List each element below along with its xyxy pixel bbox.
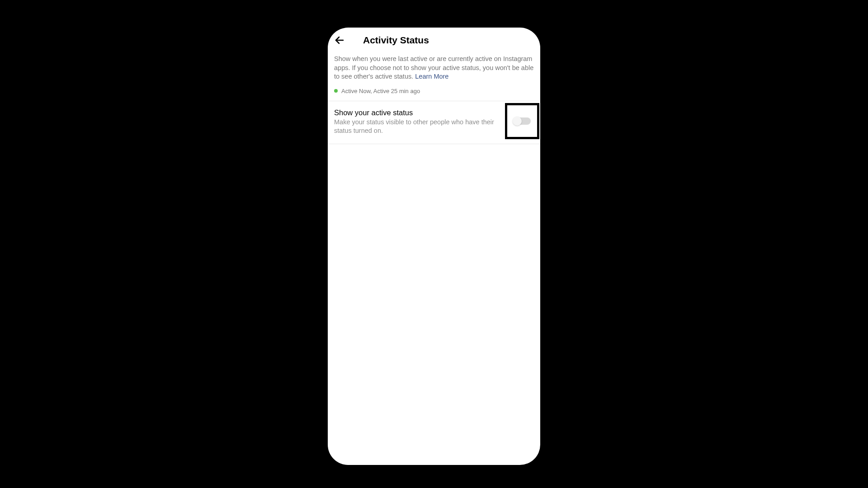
side-bubble-decoration — [532, 385, 540, 401]
toggle-highlight-annotation — [505, 103, 539, 139]
toggle-knob-icon — [513, 117, 522, 126]
setting-content: Show your active status Make your status… — [334, 108, 534, 136]
back-arrow-icon[interactable] — [334, 35, 345, 46]
setting-row-active-status: Show your active status Make your status… — [328, 101, 540, 144]
divider — [328, 144, 540, 144]
status-indicator: Active Now, Active 25 min ago — [334, 88, 534, 94]
setting-description: Make your status visible to other people… — [334, 118, 498, 136]
active-dot-icon — [334, 89, 338, 93]
setting-title: Show your active status — [334, 108, 498, 117]
phone-screen: Activity Status Show when you were last … — [328, 28, 540, 465]
description-paragraph: Show when you were last active or are cu… — [334, 55, 534, 81]
learn-more-link[interactable]: Learn More — [415, 73, 448, 80]
side-tab-decoration — [328, 416, 329, 452]
description-section: Show when you were last active or are cu… — [328, 51, 540, 101]
page-title: Activity Status — [363, 35, 429, 46]
status-text: Active Now, Active 25 min ago — [341, 88, 420, 94]
active-status-toggle[interactable] — [514, 117, 531, 125]
header: Activity Status — [328, 28, 540, 51]
